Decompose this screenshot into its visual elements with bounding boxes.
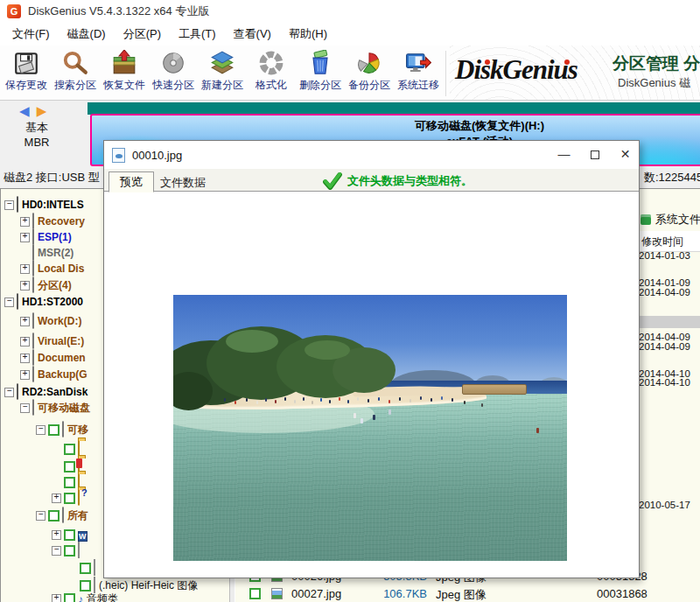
expander-minus-icon[interactable]: − [4, 298, 14, 307]
tree-checkbox[interactable] [64, 493, 75, 504]
tree-item-可移动磁盘[interactable]: −可移动磁盘 [1, 400, 90, 416]
tree-item-row-21[interactable] [1, 560, 99, 576]
tree-item-Virual(E:)[interactable]: +Virual(E:) [1, 333, 84, 349]
tree-checkbox[interactable] [64, 529, 75, 541]
tree-item-Work(D:)[interactable]: +Work(D:) [1, 313, 81, 329]
toolbar-button-delete-partition[interactable]: 删除分区 [296, 47, 345, 98]
photo-person [339, 397, 340, 401]
tree-item-可移[interactable]: −可移 [1, 422, 88, 438]
photo-person [246, 398, 248, 402]
brand-logo-dot-1 [485, 60, 490, 65]
hdd-icon [17, 294, 18, 310]
tree-checkbox[interactable] [64, 545, 75, 556]
photo-person [312, 401, 313, 404]
expander-minus-icon[interactable]: − [20, 403, 30, 413]
dialog-maximize-button[interactable] [581, 141, 608, 167]
tree-item-HD0:INTELS[interactable]: −HD0:INTELS [1, 197, 84, 213]
toolbar-button-search-partition[interactable]: 搜索分区 [51, 47, 100, 98]
menu-item-1[interactable]: 磁盘(D) [59, 24, 115, 45]
tree-item-Local Dis[interactable]: +Local Dis [1, 261, 84, 276]
expander-plus-icon[interactable]: + [20, 317, 30, 326]
tree-checkbox[interactable] [64, 461, 75, 472]
menu-item-4[interactable]: 查看(V) [225, 24, 280, 45]
expander-plus-icon[interactable]: + [20, 337, 30, 346]
tree-checkbox[interactable] [80, 563, 91, 574]
tree-item-Recovery[interactable]: +Recovery [1, 214, 85, 229]
menu-bar: 文件(F)磁盘(D)分区(P)工具(T)查看(V)帮助(H) [0, 23, 700, 46]
photo-person [481, 403, 483, 407]
photo-person [373, 415, 375, 420]
expander-plus-icon[interactable]: + [52, 494, 61, 503]
tree-checkbox[interactable] [48, 424, 60, 436]
menu-item-3[interactable]: 工具(T) [170, 24, 225, 45]
expander-plus-icon[interactable]: + [20, 264, 30, 274]
window-title-bar[interactable]: G DiskGenius V5.4.3.1322 x64 专业版 [0, 0, 700, 23]
tree-checkbox[interactable] [48, 510, 60, 522]
drive-icon [32, 261, 34, 276]
image-file-icon [78, 542, 80, 558]
expander-plus-icon[interactable]: + [20, 217, 30, 227]
tree-item-row-16[interactable] [1, 474, 83, 490]
expander-minus-icon[interactable]: − [36, 425, 46, 435]
toolbar-button-save-changes[interactable]: 保存更改 [2, 47, 51, 98]
forward-arrow-icon[interactable]: ▶ [37, 103, 49, 118]
tree-item-音频类[interactable]: +♪音频类 [1, 591, 118, 602]
tree-item-ESP(1)[interactable]: +ESP(1) [1, 229, 72, 245]
expander-minus-icon[interactable]: − [4, 200, 14, 210]
brand-logo-dot-2 [564, 60, 570, 65]
expander-plus-icon[interactable]: + [52, 594, 61, 602]
menu-item-5[interactable]: 帮助(H) [280, 24, 336, 45]
file-checkbox[interactable] [249, 588, 261, 599]
tree-checkbox[interactable] [64, 477, 75, 488]
tree-item-所有[interactable]: −所有 [1, 508, 88, 523]
dialog-title: 00010.jpg [132, 149, 182, 162]
toolbar-button-new-partition[interactable]: 新建分区 [198, 47, 247, 98]
menu-item-2[interactable]: 分区(P) [115, 24, 170, 45]
expander-plus-icon[interactable]: + [52, 530, 61, 540]
toolbar-button-format[interactable]: 格式化 [247, 47, 296, 98]
tree-item-分区(4)[interactable]: +分区(4) [1, 277, 72, 293]
dialog-close-button[interactable]: ✕ [612, 141, 639, 167]
back-arrow-icon[interactable]: ◀ [19, 103, 32, 118]
tree-item-row-20[interactable]: − [1, 542, 83, 558]
dialog-title-bar[interactable]: 00010.jpg — ✕ [104, 141, 639, 169]
modified-date-cell: 2010-05-17 [639, 500, 690, 510]
tree-checkbox[interactable] [64, 593, 75, 602]
tab-preview[interactable]: 预览 [108, 172, 154, 192]
photo-person [399, 397, 401, 401]
tree-item-RD2:SanDisk[interactable]: −RD2:SanDisk [1, 384, 88, 400]
tree-item-Backup(G[interactable]: +Backup(G [1, 367, 88, 382]
toolbar-button-recover-files[interactable]: 恢复文件 [100, 47, 149, 98]
toolbar-button-quick-partition[interactable]: 快速分区 [149, 47, 198, 98]
modified-date-cell: 2014-04-09 [639, 287, 690, 298]
toolbar-button-system-migrate[interactable]: 系统迁移 [394, 47, 443, 98]
tree-item-Documen[interactable]: +Documen [1, 350, 86, 366]
tree-item-row-14[interactable] [1, 441, 83, 457]
dialog-minimize-button[interactable]: — [550, 141, 578, 167]
expander-minus-icon[interactable]: − [52, 546, 61, 556]
tab-file-data[interactable]: 文件数据 [150, 173, 216, 192]
expander-plus-icon[interactable]: + [20, 233, 30, 242]
photo-person [275, 400, 276, 403]
photo-person [464, 401, 466, 404]
tree-item-MSR(2)[interactable]: MSR(2) [1, 245, 74, 261]
tree-item-HD1:ST2000[interactable]: −HD1:ST2000 [1, 294, 83, 310]
expander-minus-icon[interactable]: − [36, 511, 46, 521]
expander-minus-icon[interactable]: − [4, 388, 14, 397]
disk-status-right: 数:1225445 [644, 170, 700, 186]
tree-checkbox[interactable] [64, 444, 75, 455]
toolbar-button-backup-partition[interactable]: 备份分区 [345, 47, 394, 98]
expander-plus-icon[interactable]: + [20, 281, 30, 290]
diskgenius-logo-icon: G [7, 4, 21, 18]
menu-item-0[interactable]: 文件(F) [4, 24, 59, 45]
tree-item-row-15[interactable] [1, 458, 83, 474]
drive-icon [32, 277, 34, 293]
drive-icon [62, 422, 64, 438]
column-header-modified-time[interactable]: 修改时间 [641, 234, 683, 249]
tree-item-row-17[interactable]: +? [1, 490, 83, 506]
tree-checkbox[interactable] [80, 580, 91, 592]
photo-person [234, 401, 236, 404]
expander-plus-icon[interactable]: + [20, 354, 30, 363]
tree-item-row-19[interactable]: +W [1, 527, 91, 542]
expander-plus-icon[interactable]: + [20, 370, 30, 380]
